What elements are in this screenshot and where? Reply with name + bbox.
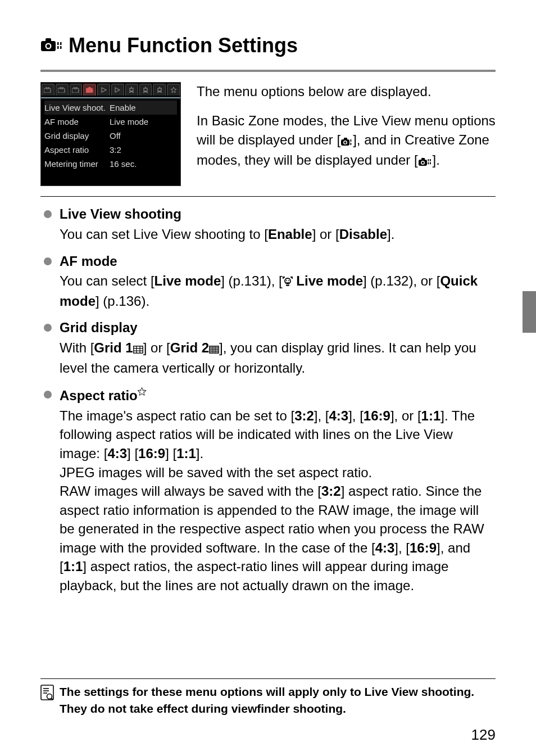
item-body: You can select [Live mode] (p.131), [ Li… xyxy=(60,271,496,310)
intro-text: The menu options below are displayed. In… xyxy=(197,82,496,181)
menu-row-grid: Grid display Off xyxy=(44,129,177,143)
menu-row-label: Aspect ratio xyxy=(44,144,110,156)
title-rule xyxy=(40,70,496,72)
footnote-text: The settings for these menu options will… xyxy=(60,683,496,717)
menu-row-label: Metering timer xyxy=(44,158,110,170)
menu-tab-shoot3 xyxy=(70,84,83,96)
grid2-icon xyxy=(209,339,219,359)
intro-p2: In Basic Zone modes, the Live View menu … xyxy=(197,111,496,171)
menu-tab-shoot4-active xyxy=(83,84,96,96)
svg-point-28 xyxy=(344,141,347,143)
menu-row-metering: Metering timer 16 sec. xyxy=(44,157,177,171)
separator xyxy=(40,196,496,197)
svg-marker-17 xyxy=(115,88,120,92)
svg-rect-14 xyxy=(86,88,93,93)
footnote: The settings for these menu options will… xyxy=(40,678,496,717)
menu-row-label: AF mode xyxy=(44,116,110,128)
menu-tab-mymenu xyxy=(167,84,180,96)
menu-row-value: 3:2 xyxy=(110,144,121,156)
menu-tab-shoot1 xyxy=(42,84,54,96)
item-title: AF mode xyxy=(60,252,496,271)
side-tab xyxy=(523,291,536,333)
svg-rect-29 xyxy=(351,139,352,142)
camera-menu-screenshot: Live View shoot. Enable AF mode Live mod… xyxy=(40,82,181,186)
menu-row-afmode: AF mode Live mode xyxy=(44,115,177,129)
svg-rect-22 xyxy=(158,88,161,91)
menu-row-value: Enable xyxy=(110,102,136,114)
menu-row-label: Live View shoot. xyxy=(44,102,110,114)
menu-tab-play1 xyxy=(97,84,110,96)
intro-p1: The menu options below are displayed. xyxy=(197,82,496,101)
item-grid-display: Grid display With [Grid 1] or [Grid 2], … xyxy=(40,318,496,377)
grid1-icon xyxy=(133,339,143,359)
menu-tab-setup1 xyxy=(125,84,138,96)
svg-rect-26 xyxy=(344,138,347,140)
note-icon xyxy=(40,685,54,704)
item-body: With [Grid 1] or [Grid 2], you can displ… xyxy=(60,338,496,377)
page-number: 129 xyxy=(471,725,496,745)
item-title: Grid display xyxy=(60,318,496,337)
svg-point-34 xyxy=(421,162,424,164)
svg-rect-7 xyxy=(60,46,62,49)
svg-point-3 xyxy=(47,44,50,48)
item-title: Live View shooting xyxy=(60,205,496,224)
item-live-view-shooting: Live View shooting You can set Live View… xyxy=(40,205,496,243)
menu-tab-shoot2 xyxy=(56,84,69,96)
item-body: You can set Live View shooting to [Enabl… xyxy=(60,225,496,244)
svg-rect-36 xyxy=(428,162,429,165)
camera-basic-icon xyxy=(340,132,353,151)
menu-tab-strip xyxy=(41,83,180,98)
svg-rect-4 xyxy=(57,42,59,45)
menu-tab-setup2 xyxy=(139,84,152,96)
menu-row-value: 16 sec. xyxy=(110,158,137,170)
svg-rect-6 xyxy=(60,42,62,45)
svg-rect-1 xyxy=(46,38,51,42)
svg-rect-37 xyxy=(430,159,431,161)
menu-row-lvshoot: Live View shoot. Enable xyxy=(44,101,177,115)
item-af-mode: AF mode You can select [Live mode] (p.13… xyxy=(40,252,496,311)
svg-rect-30 xyxy=(351,143,352,145)
svg-rect-42 xyxy=(134,346,143,353)
camera-creative-icon xyxy=(418,152,433,171)
svg-marker-16 xyxy=(102,88,106,92)
svg-rect-18 xyxy=(130,88,133,91)
title-text: Menu Function Settings xyxy=(69,31,298,60)
page-title: Menu Function Settings xyxy=(40,31,496,60)
svg-rect-15 xyxy=(88,87,91,89)
svg-rect-38 xyxy=(430,162,431,165)
menu-tab-play2 xyxy=(111,84,124,96)
svg-rect-5 xyxy=(57,46,59,49)
face-detect-icon xyxy=(283,273,293,292)
item-aspect-ratio: Aspect ratio✩ The image's aspect ratio c… xyxy=(40,385,496,595)
svg-point-41 xyxy=(288,280,289,281)
item-body: The image's aspect ratio can be set to [… xyxy=(60,406,496,595)
menu-row-label: Grid display xyxy=(44,130,110,142)
item-title: Aspect ratio✩ xyxy=(60,385,496,405)
star-icon: ✩ xyxy=(138,386,146,397)
svg-rect-35 xyxy=(428,159,429,161)
svg-marker-24 xyxy=(171,87,176,93)
menu-tab-setup3 xyxy=(153,84,166,96)
svg-rect-32 xyxy=(421,158,425,160)
svg-rect-20 xyxy=(144,88,147,91)
menu-row-aspect: Aspect ratio 3:2 xyxy=(44,143,177,157)
svg-point-40 xyxy=(286,280,287,281)
menu-row-value: Off xyxy=(110,130,121,142)
menu-row-value: Live mode xyxy=(110,116,148,128)
camera-lv-icon xyxy=(40,37,63,54)
